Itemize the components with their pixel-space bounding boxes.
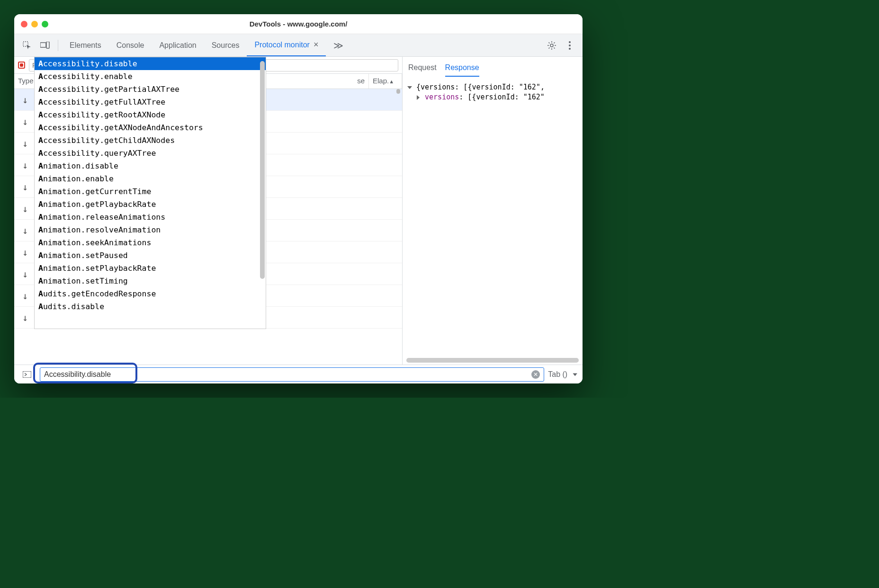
more-icon[interactable] xyxy=(563,38,577,53)
separator xyxy=(58,40,58,51)
suggestion-item[interactable]: Animation.setPaused xyxy=(35,249,266,262)
suggestion-item[interactable]: Animation.getPlaybackRate xyxy=(35,198,266,211)
protocol-log-panel: Type se Elap.▲ ↓ ions":[… ↓ estId":… ↓ e… xyxy=(14,57,403,365)
suggestion-item[interactable]: Accessibility.getChildAXNodes xyxy=(35,134,266,147)
left-scrollbar[interactable] xyxy=(396,89,400,94)
direction-arrow-icon: ↓ xyxy=(22,138,28,149)
suggestion-item[interactable]: Accessibility.enable xyxy=(35,70,266,83)
tab-sources[interactable]: Sources xyxy=(204,34,247,56)
suggestion-item[interactable]: Accessibility.getAXNodeAndAncestors xyxy=(35,121,266,134)
settings-icon[interactable] xyxy=(545,38,559,53)
direction-arrow-icon: ↓ xyxy=(22,225,28,236)
chevron-down-icon[interactable]: ▼ xyxy=(571,372,579,377)
direction-arrow-icon: ↓ xyxy=(22,268,28,280)
tab-application[interactable]: Application xyxy=(152,34,204,56)
response-body: {versions: [{versionId: "162", versions:… xyxy=(403,77,583,365)
more-tabs-icon[interactable]: ≫ xyxy=(326,34,351,56)
close-tab-icon[interactable]: × xyxy=(314,40,319,50)
suggestion-item[interactable]: Animation.enable xyxy=(35,172,266,185)
tab-protocol-monitor[interactable]: Protocol monitor× xyxy=(247,34,326,56)
titlebar: DevTools - www.google.com/ xyxy=(14,14,583,34)
suggestion-item[interactable]: Animation.seekAnimations xyxy=(35,236,266,249)
caret-down-icon[interactable] xyxy=(407,86,412,89)
suggestion-item[interactable]: Animation.setTiming xyxy=(35,275,266,287)
clear-input-icon[interactable]: ✕ xyxy=(531,370,540,379)
col-type[interactable]: Type xyxy=(14,74,36,89)
suggestion-item[interactable]: Animation.getCurrentTime xyxy=(35,185,266,198)
direction-arrow-icon: ↓ xyxy=(22,247,28,258)
suggestion-item[interactable]: Accessibility.getRootAXNode xyxy=(35,108,266,121)
command-value: Accessibility.disable xyxy=(44,370,111,379)
console-drawer-icon[interactable] xyxy=(20,367,34,382)
command-bar: Accessibility.disable ✕ Tab () ▼ xyxy=(14,365,583,383)
inspect-element-icon[interactable] xyxy=(20,38,34,53)
devtools-window: DevTools - www.google.com/ ElementsConso… xyxy=(14,14,583,383)
suggestion-item[interactable]: Animation.disable xyxy=(35,160,266,172)
details-panel: Request Response {versions: [{versionId:… xyxy=(403,57,583,365)
direction-arrow-icon: ↓ xyxy=(22,203,28,214)
command-input[interactable]: Accessibility.disable ✕ xyxy=(40,367,544,382)
svg-point-5 xyxy=(569,45,571,46)
response-line[interactable]: versions: [{versionId: "162" xyxy=(408,93,577,101)
suggest-scrollbar[interactable] xyxy=(260,61,265,279)
suggestion-item[interactable]: Audits.disable xyxy=(35,300,266,313)
suggestion-item[interactable]: Accessibility.getFullAXTree xyxy=(35,96,266,108)
direction-arrow-icon: ↓ xyxy=(22,181,28,193)
svg-point-3 xyxy=(550,44,553,47)
tab-console[interactable]: Console xyxy=(109,34,152,56)
suggestion-item[interactable]: Animation.releaseAnimations xyxy=(35,211,266,223)
col-elapsed[interactable]: Elap.▲ xyxy=(369,74,402,89)
record-button[interactable] xyxy=(18,62,25,69)
svg-point-6 xyxy=(569,48,571,50)
direction-arrow-icon: ↓ xyxy=(22,94,28,106)
device-toggle-icon[interactable] xyxy=(38,38,52,53)
suggestion-item[interactable]: Audits.getEncodedResponse xyxy=(35,287,266,300)
caret-right-icon[interactable] xyxy=(417,95,420,100)
direction-arrow-icon: ↓ xyxy=(22,116,28,127)
tab-elements[interactable]: Elements xyxy=(62,34,109,56)
suggestion-item[interactable]: Accessibility.getPartialAXTree xyxy=(35,83,266,96)
suggestion-item[interactable]: Accessibility.queryAXTree xyxy=(35,147,266,160)
response-line[interactable]: {versions: [{versionId: "162", xyxy=(408,83,577,91)
suggestion-item[interactable]: Accessibility.disable xyxy=(35,57,266,70)
tabbar: ElementsConsoleApplicationSourcesProtoco… xyxy=(14,34,583,57)
tab-request[interactable]: Request xyxy=(408,60,437,77)
direction-arrow-icon: ↓ xyxy=(22,312,28,323)
window-title: DevTools - www.google.com/ xyxy=(14,20,583,28)
direction-arrow-icon: ↓ xyxy=(22,290,28,302)
svg-rect-2 xyxy=(46,42,49,48)
autocomplete-popup: Accessibility.disableAccessibility.enabl… xyxy=(34,57,266,329)
details-tabs: Request Response xyxy=(403,57,583,77)
svg-point-4 xyxy=(569,41,571,43)
tab-response[interactable]: Response xyxy=(445,60,479,77)
content-area: Type se Elap.▲ ↓ ions":[… ↓ estId":… ↓ e… xyxy=(14,57,583,365)
command-hint: Tab () xyxy=(548,370,567,379)
direction-arrow-icon: ↓ xyxy=(22,160,28,171)
svg-rect-1 xyxy=(40,43,46,47)
suggestion-item[interactable]: Animation.setPlaybackRate xyxy=(35,262,266,275)
response-scrollbar[interactable] xyxy=(406,358,579,363)
suggestion-item[interactable]: Animation.resolveAnimation xyxy=(35,223,266,236)
